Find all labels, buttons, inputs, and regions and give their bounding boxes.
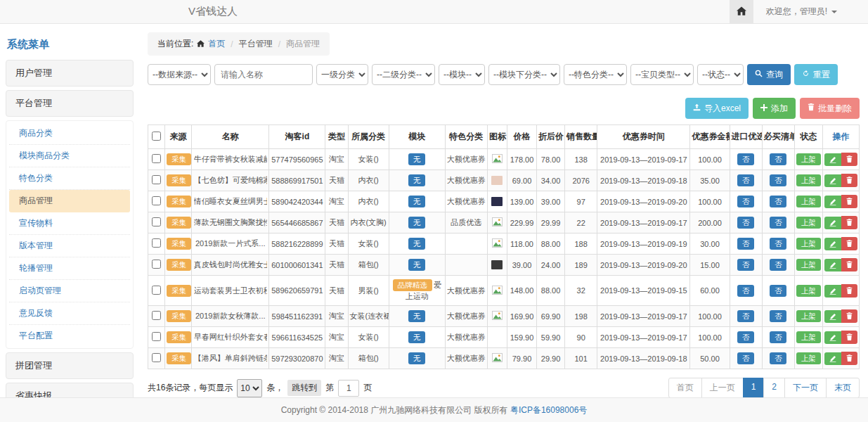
import-flag-badge[interactable]: 否: [737, 238, 755, 250]
import-flag-badge[interactable]: 否: [737, 217, 755, 229]
edit-button[interactable]: [824, 196, 841, 208]
edit-button[interactable]: [824, 174, 841, 187]
sidebar-subitem[interactable]: 特色分类: [9, 167, 130, 190]
mustbuy-flag-badge[interactable]: 否: [770, 217, 787, 229]
module-badge[interactable]: 无: [408, 196, 426, 207]
import-flag-badge[interactable]: 否: [737, 310, 755, 322]
module-badge[interactable]: 无: [408, 174, 426, 186]
pager-first[interactable]: 首页: [668, 378, 702, 397]
delete-button[interactable]: [841, 352, 857, 365]
module-badge[interactable]: 无: [408, 352, 426, 364]
mustbuy-flag-badge[interactable]: 否: [770, 352, 787, 364]
pager-prev[interactable]: 上一页: [701, 378, 744, 397]
delete-button[interactable]: [841, 174, 857, 187]
status-badge[interactable]: 上架: [796, 153, 821, 165]
row-checkbox[interactable]: [152, 332, 161, 341]
mustbuy-flag-badge[interactable]: 否: [770, 153, 787, 165]
mustbuy-flag-badge[interactable]: 否: [770, 196, 787, 207]
status-badge[interactable]: 上架: [796, 285, 821, 297]
mustbuy-flag-badge[interactable]: 否: [770, 259, 787, 271]
home-button[interactable]: [730, 0, 753, 23]
edit-button[interactable]: [824, 310, 841, 323]
select-all-checkbox[interactable]: [152, 132, 161, 141]
filter-select[interactable]: --模块下分类--: [488, 64, 560, 85]
import-excel-button[interactable]: 导入excel: [685, 98, 749, 119]
edit-button[interactable]: [824, 285, 841, 298]
module-badge[interactable]: 无: [408, 238, 426, 250]
filter-select[interactable]: 一级分类: [316, 64, 368, 85]
query-button[interactable]: 查询: [747, 64, 791, 85]
filter-select[interactable]: --宝贝类型--: [630, 64, 694, 85]
sidebar-item[interactable]: 拼团管理: [6, 352, 134, 379]
status-badge[interactable]: 上架: [796, 196, 821, 207]
row-checkbox[interactable]: [152, 154, 161, 163]
delete-button[interactable]: [841, 195, 857, 208]
sidebar-subitem[interactable]: 启动页管理: [9, 280, 130, 302]
row-checkbox[interactable]: [152, 260, 161, 269]
filter-select[interactable]: --特色分类--: [564, 64, 627, 85]
status-badge[interactable]: 上架: [796, 331, 821, 343]
status-badge[interactable]: 上架: [796, 259, 821, 271]
import-flag-badge[interactable]: 否: [737, 285, 755, 297]
sidebar-subitem[interactable]: 意见反馈: [9, 302, 130, 325]
sidebar-item[interactable]: 省惠快报: [6, 383, 134, 397]
module-badge[interactable]: 无: [408, 259, 426, 271]
delete-button[interactable]: [841, 284, 857, 298]
sidebar-subitem[interactable]: 版本管理: [9, 235, 130, 257]
import-flag-badge[interactable]: 否: [737, 153, 755, 165]
sidebar-subitem[interactable]: 平台配置: [9, 325, 130, 347]
sidebar-subitem[interactable]: 模块商品分类: [9, 145, 130, 167]
edit-button[interactable]: [824, 238, 841, 250]
status-badge[interactable]: 上架: [796, 174, 821, 186]
edit-button[interactable]: [824, 352, 841, 365]
user-menu[interactable]: 欢迎您，管理员!: [753, 6, 868, 18]
row-checkbox[interactable]: [152, 175, 161, 184]
jump-button[interactable]: 跳转到: [287, 380, 321, 396]
sidebar-item[interactable]: 用户管理: [6, 60, 134, 87]
status-badge[interactable]: 上架: [796, 352, 821, 364]
delete-button[interactable]: [841, 331, 857, 344]
edit-button[interactable]: [824, 217, 841, 229]
module-badge[interactable]: 品牌精选: [393, 279, 432, 291]
delete-button[interactable]: [841, 216, 857, 229]
pager-next[interactable]: 下一页: [784, 378, 827, 397]
sidebar-subitem[interactable]: 宣传物料: [9, 212, 130, 235]
module-badge[interactable]: 无: [408, 331, 426, 343]
import-flag-badge[interactable]: 否: [737, 174, 755, 186]
data-source-select[interactable]: --数据来源--: [148, 64, 211, 85]
sidebar-subitem[interactable]: 商品分类: [9, 122, 130, 145]
per-page-select[interactable]: 10: [237, 379, 262, 397]
mustbuy-flag-badge[interactable]: 否: [770, 238, 787, 250]
pager-last[interactable]: 末页: [826, 378, 860, 397]
delete-button[interactable]: [841, 309, 857, 323]
import-flag-badge[interactable]: 否: [737, 331, 755, 343]
row-checkbox[interactable]: [152, 353, 161, 362]
delete-button[interactable]: [841, 258, 857, 271]
sidebar-subitem[interactable]: 商品管理: [9, 190, 130, 212]
filter-select[interactable]: --模块--: [439, 64, 485, 85]
module-badge[interactable]: 无: [408, 310, 426, 322]
mustbuy-flag-badge[interactable]: 否: [770, 331, 787, 343]
row-checkbox[interactable]: [152, 217, 161, 226]
status-badge[interactable]: 上架: [796, 238, 821, 250]
delete-button[interactable]: [841, 153, 857, 166]
add-button[interactable]: 添加: [753, 98, 796, 119]
import-flag-badge[interactable]: 否: [737, 259, 755, 271]
row-checkbox[interactable]: [152, 311, 161, 320]
module-badge[interactable]: 无: [408, 217, 426, 229]
filter-select[interactable]: --状态--: [697, 64, 744, 85]
breadcrumb-home-link[interactable]: 首页: [208, 38, 225, 50]
import-flag-badge[interactable]: 否: [737, 352, 755, 364]
sidebar-subitem[interactable]: 轮播管理: [9, 257, 130, 280]
row-checkbox[interactable]: [152, 286, 161, 295]
edit-button[interactable]: [824, 153, 841, 166]
row-checkbox[interactable]: [152, 196, 161, 205]
mustbuy-flag-badge[interactable]: 否: [770, 285, 787, 297]
pager-page[interactable]: 2: [763, 378, 785, 397]
mustbuy-flag-badge[interactable]: 否: [770, 310, 787, 322]
module-badge[interactable]: 无: [408, 153, 426, 165]
pager-page[interactable]: 1: [743, 378, 765, 397]
row-checkbox[interactable]: [152, 238, 161, 248]
page-jump-input[interactable]: [338, 380, 359, 397]
import-flag-badge[interactable]: 否: [737, 196, 755, 207]
